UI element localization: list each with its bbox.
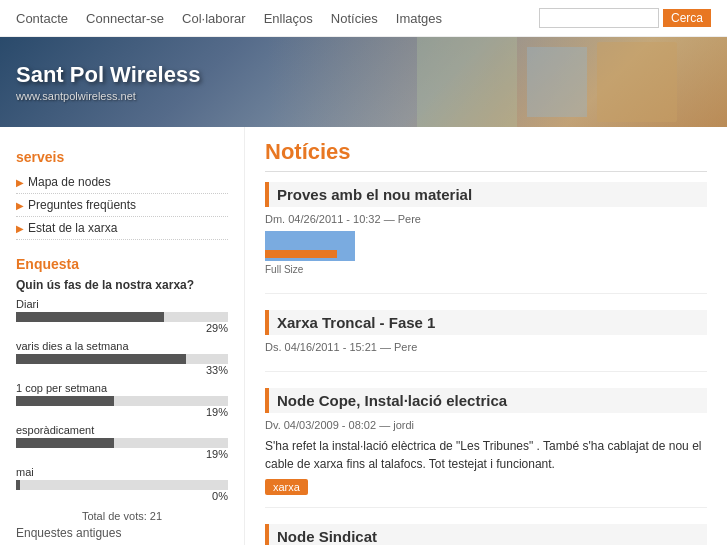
poll-total: Total de vots: 21	[16, 510, 228, 522]
news-meta-1: Dm. 04/26/2011 - 10:32 — Pere	[265, 213, 707, 225]
arrow-icon: ▶	[16, 177, 24, 188]
poll-label-espor: esporàdicament	[16, 424, 228, 436]
poll-item-1cop: 1 cop per setmana 19%	[16, 382, 228, 418]
nav-link-contacte[interactable]: Contacte	[16, 11, 68, 26]
sidebar-poll-title: Enquesta	[16, 256, 228, 272]
main-layout: serveis ▶ Mapa de nodes ▶ Preguntes freq…	[0, 127, 727, 545]
sidebar-link-mapa-label: Mapa de nodes	[28, 175, 111, 189]
arrow-icon: ▶	[16, 200, 24, 211]
banner-figure2	[527, 47, 587, 117]
news-item-4: Node Sindicat Dj. 02/19/2009 - 12:32 — P…	[265, 524, 707, 545]
poll-label-mai: mai	[16, 466, 228, 478]
poll-label-1cop: 1 cop per setmana	[16, 382, 228, 394]
news-title-bar-3: Node Cope, Instal·lació electrica	[265, 388, 707, 413]
poll-question: Quin ús fas de la nostra xarxa?	[16, 278, 228, 292]
nav-links: Contacte Connectar-se Col·laborar Enllaç…	[16, 11, 539, 26]
poll-bar-fill-mai	[16, 480, 20, 490]
banner-title: Sant Pol Wireless	[16, 62, 200, 87]
top-nav: Contacte Connectar-se Col·laborar Enllaç…	[0, 0, 727, 37]
poll-bar-fill-espor	[16, 438, 114, 448]
nav-link-noticies[interactable]: Notícies	[331, 11, 378, 26]
news-1-caption: Full Size	[265, 264, 355, 275]
poll-pct-1cop: 19%	[16, 406, 228, 418]
banner-figure	[597, 42, 677, 122]
news-meta-2: Ds. 04/16/2011 - 15:21 — Pere	[265, 341, 707, 353]
sidebar-serveis-title: serveis	[16, 149, 228, 165]
poll-bar-bg-diari	[16, 312, 228, 322]
sidebar-link-estat[interactable]: ▶ Estat de la xarxa	[16, 217, 228, 240]
nav-link-enlaces[interactable]: Enllaços	[264, 11, 313, 26]
poll-item-varis: varis dies a la setmana 33%	[16, 340, 228, 376]
news-title-bar-4: Node Sindicat	[265, 524, 707, 545]
arrow-icon: ▶	[16, 223, 24, 234]
poll-item-espor: esporàdicament 19%	[16, 424, 228, 460]
poll-bar-bg-mai	[16, 480, 228, 490]
news-tag-3[interactable]: xarxa	[265, 479, 308, 495]
poll-pct-espor: 19%	[16, 448, 228, 460]
banner: Sant Pol Wireless www.santpolwireless.ne…	[0, 37, 727, 127]
search-area: Cerca	[539, 8, 711, 28]
poll-archive-link[interactable]: Enquestes antigues	[16, 526, 228, 540]
nav-link-imatges[interactable]: Imatges	[396, 11, 442, 26]
news-1-progress-fill	[265, 250, 337, 258]
poll-bar-fill-varis	[16, 354, 186, 364]
news-title-2[interactable]: Xarxa Troncal - Fase 1	[277, 314, 435, 331]
banner-text-area: Sant Pol Wireless www.santpolwireless.ne…	[16, 62, 200, 102]
poll-label-varis: varis dies a la setmana	[16, 340, 228, 352]
news-title-3[interactable]: Node Cope, Instal·lació electrica	[277, 392, 507, 409]
poll-pct-mai: 0%	[16, 490, 228, 502]
content-area: Notícies Proves amb el nou material Dm. …	[245, 127, 727, 545]
news-body-3: S'ha refet la instal·lació elèctrica de …	[265, 437, 707, 473]
news-item-1: Proves amb el nou material Dm. 04/26/201…	[265, 182, 707, 294]
banner-subtitle: www.santpolwireless.net	[16, 90, 200, 102]
page-title: Notícies	[265, 139, 707, 172]
sidebar: serveis ▶ Mapa de nodes ▶ Preguntes freq…	[0, 127, 245, 545]
search-button[interactable]: Cerca	[663, 9, 711, 27]
sidebar-link-preguntes[interactable]: ▶ Preguntes freqüents	[16, 194, 228, 217]
sidebar-link-preguntes-label: Preguntes freqüents	[28, 198, 136, 212]
poll-bar-bg-1cop	[16, 396, 228, 406]
sidebar-link-mapa[interactable]: ▶ Mapa de nodes	[16, 171, 228, 194]
news-1-thumb	[265, 231, 355, 261]
nav-link-collaborar[interactable]: Col·laborar	[182, 11, 246, 26]
poll-bar-fill-diari	[16, 312, 164, 322]
news-title-bar-1: Proves amb el nou material	[265, 182, 707, 207]
nav-link-connectar[interactable]: Connectar-se	[86, 11, 164, 26]
news-title-bar-2: Xarxa Troncal - Fase 1	[265, 310, 707, 335]
banner-figure3	[417, 37, 517, 127]
poll-label-diari: Diari	[16, 298, 228, 310]
search-input[interactable]	[539, 8, 659, 28]
sidebar-link-estat-label: Estat de la xarxa	[28, 221, 117, 235]
news-item-2: Xarxa Troncal - Fase 1 Ds. 04/16/2011 - …	[265, 310, 707, 372]
poll-bar-fill-1cop	[16, 396, 114, 406]
poll-bar-bg-varis	[16, 354, 228, 364]
news-title-1[interactable]: Proves amb el nou material	[277, 186, 472, 203]
poll-pct-diari: 29%	[16, 322, 228, 334]
news-title-4[interactable]: Node Sindicat	[277, 528, 377, 545]
news-1-media: Full Size	[265, 231, 707, 275]
news-item-3: Node Cope, Instal·lació electrica Dv. 04…	[265, 388, 707, 508]
poll-pct-varis: 33%	[16, 364, 228, 376]
poll-item-mai: mai 0%	[16, 466, 228, 502]
poll-item-diari: Diari 29%	[16, 298, 228, 334]
poll-bar-bg-espor	[16, 438, 228, 448]
news-meta-3: Dv. 04/03/2009 - 08:02 — jordi	[265, 419, 707, 431]
